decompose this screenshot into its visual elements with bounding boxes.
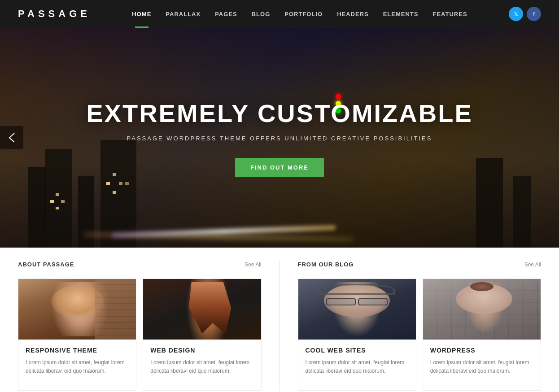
header: PASSAGE HOME PARALLAX PAGES BLOG PORTFOL… — [0, 0, 559, 28]
twitter-icon[interactable]: 𝕏 — [509, 7, 523, 21]
card-title-responsive-theme: RESPONSIVE THEME — [26, 347, 129, 354]
card-divider-cool-web-sites — [298, 390, 416, 390]
card-text-cool-web-sites: Lorem ipsum dolor sit amet, feugiat lore… — [306, 358, 409, 375]
card-web-design[interactable]: WEB DESIGN Lorem ipsum dolor sit amet, f… — [143, 279, 261, 391]
card-body-responsive-theme: RESPONSIVE THEME Lorem ipsum dolor sit a… — [18, 340, 136, 383]
nav-elements[interactable]: ELEMENTS — [376, 0, 426, 28]
card-divider-responsive-theme — [18, 390, 136, 390]
card-text-web-design: Lorem ipsum dolor sit amet, feugiat lore… — [150, 358, 253, 375]
about-header: ABOUT PASSAGE See All — [18, 261, 262, 268]
hero-content: EXTREMELY CUSTOMIZABLE PASSAGE WORDPRESS… — [0, 28, 559, 248]
blog-section: FROM OUR BLOG See All — [298, 261, 542, 391]
card-image-responsive-theme — [18, 279, 136, 340]
nav-headers[interactable]: HEADERS — [330, 0, 376, 28]
blog-see-all[interactable]: See All — [524, 261, 541, 268]
nav-features[interactable]: FEATURES — [426, 0, 475, 28]
nav-parallax[interactable]: PARALLAX — [158, 0, 208, 28]
section-vertical-divider — [280, 261, 280, 391]
main-nav: HOME PARALLAX PAGES BLOG PORTFOLIO HEADE… — [125, 0, 474, 28]
nav-pages[interactable]: PAGES — [208, 0, 245, 28]
content-section: ABOUT PASSAGE See All — [0, 248, 559, 392]
blog-title-group: FROM OUR BLOG — [298, 261, 365, 268]
card-responsive-theme[interactable]: RESPONSIVE THEME Lorem ipsum dolor sit a… — [18, 279, 136, 391]
hero-section: EXTREMELY CUSTOMIZABLE PASSAGE WORDPRESS… — [0, 28, 559, 248]
card-body-web-design: WEB DESIGN Lorem ipsum dolor sit amet, f… — [143, 340, 261, 383]
slider-prev-arrow[interactable] — [0, 126, 23, 149]
nav-portfolio[interactable]: PORTFOLIO — [277, 0, 330, 28]
hero-cta-button[interactable]: FIND OUT MORE — [235, 158, 324, 177]
card-image-web-design — [143, 279, 261, 340]
card-title-cool-web-sites: COOL WEB SITES — [306, 347, 409, 354]
card-title-web-design: WEB DESIGN — [150, 347, 253, 354]
card-wordpress[interactable]: WORDPRESS Lorem ipsum dolor sit amet, fe… — [423, 279, 541, 391]
about-title-group: ABOUT PASSAGE — [18, 261, 85, 268]
card-image-wordpress — [423, 279, 541, 340]
card-image-cool-web-sites — [298, 279, 416, 340]
card-divider-wordpress — [423, 390, 541, 390]
about-title: ABOUT PASSAGE — [18, 261, 74, 268]
blog-title: FROM OUR BLOG — [298, 261, 354, 268]
facebook-icon[interactable]: f — [527, 7, 541, 21]
about-section: ABOUT PASSAGE See All — [18, 261, 262, 391]
about-see-all[interactable]: See All — [245, 261, 261, 268]
card-cool-web-sites[interactable]: COOL WEB SITES Lorem ipsum dolor sit ame… — [298, 279, 416, 391]
blog-header: FROM OUR BLOG See All — [298, 261, 542, 268]
card-title-wordpress: WORDPRESS — [430, 347, 533, 354]
card-text-responsive-theme: Lorem ipsum dolor sit amet, feugiat lore… — [26, 358, 129, 375]
card-divider-web-design — [143, 390, 261, 390]
sections-row: ABOUT PASSAGE See All — [18, 261, 541, 391]
hero-title: EXTREMELY CUSTOMIZABLE — [86, 99, 473, 128]
card-body-cool-web-sites: COOL WEB SITES Lorem ipsum dolor sit ame… — [298, 340, 416, 383]
nav-blog[interactable]: BLOG — [245, 0, 278, 28]
card-body-wordpress: WORDPRESS Lorem ipsum dolor sit amet, fe… — [423, 340, 541, 383]
hero-subtitle: PASSAGE WORDPRESS THEME OFFERS UNLIMITED… — [127, 135, 432, 142]
about-cards-row: RESPONSIVE THEME Lorem ipsum dolor sit a… — [18, 279, 262, 391]
social-icons: 𝕏 f — [509, 7, 541, 21]
card-text-wordpress: Lorem ipsum dolor sit amet, feugiat lore… — [430, 358, 533, 375]
nav-home[interactable]: HOME — [125, 0, 158, 28]
blog-cards-row: COOL WEB SITES Lorem ipsum dolor sit ame… — [298, 279, 542, 391]
logo[interactable]: PASSAGE — [18, 8, 91, 20]
